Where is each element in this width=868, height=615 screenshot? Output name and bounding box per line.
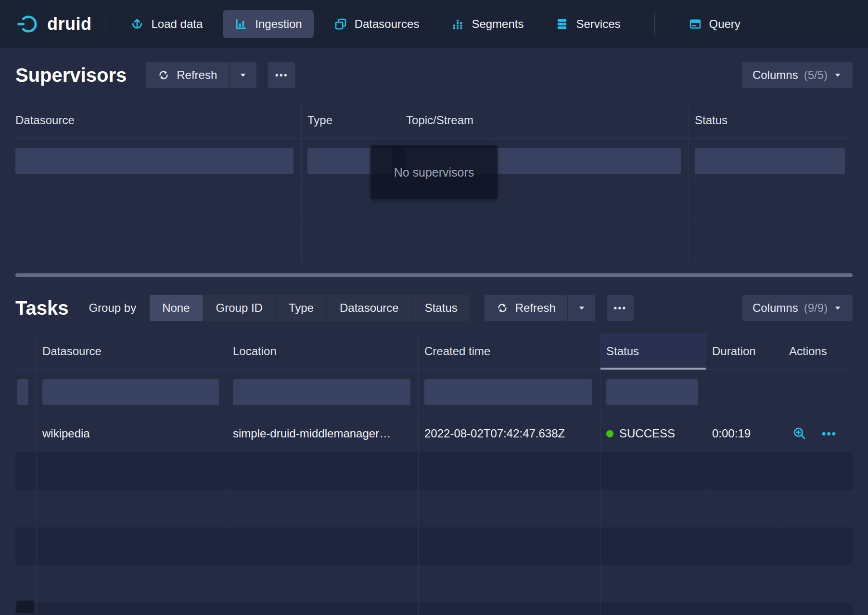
table-cell	[419, 565, 600, 602]
tasks-refresh-split: Refresh	[485, 295, 595, 321]
table-row	[15, 452, 853, 490]
datasource-filter-input[interactable]	[15, 148, 294, 174]
nav-item-datasources[interactable]: Datasources	[322, 10, 431, 38]
table-cell	[783, 527, 853, 565]
refresh-button[interactable]: Refresh	[146, 62, 229, 88]
column-header-created-time[interactable]: Created time	[419, 333, 600, 370]
scrollbar-corner[interactable]	[16, 601, 34, 613]
table-cell	[37, 565, 227, 602]
caret-down-icon	[833, 71, 842, 79]
location-filter-input[interactable]	[233, 379, 410, 405]
caret-down-icon	[239, 71, 247, 79]
table-row	[15, 224, 853, 264]
supervisors-title: Supervisors	[15, 64, 127, 86]
nav-item-label: Services	[576, 17, 620, 31]
refresh-icon	[496, 302, 509, 314]
refresh-icon	[157, 69, 170, 81]
tasks-more-button[interactable]: •••	[607, 295, 634, 321]
column-header-datasource[interactable]: Datasource	[37, 333, 227, 370]
supervisors-more-button[interactable]: •••	[268, 62, 295, 88]
brand-text: druid	[47, 14, 91, 34]
tasks-header: Tasks Group by None Group ID Type Dataso…	[15, 283, 853, 333]
status-filter-input[interactable]	[695, 148, 845, 174]
table-row	[15, 527, 853, 565]
column-header-duration[interactable]: Duration	[706, 333, 783, 370]
nav-item-segments[interactable]: Segments	[439, 10, 535, 38]
status-filter-input[interactable]	[606, 379, 698, 405]
column-header-type[interactable]: Type	[302, 102, 400, 139]
table-cell	[600, 527, 706, 565]
table-cell	[706, 602, 783, 615]
status-text: SUCCESS	[619, 427, 675, 440]
filter-cell	[227, 370, 419, 414]
nav-item-ingestion[interactable]: Ingestion	[223, 10, 313, 38]
table-cell	[600, 565, 706, 602]
table-cell	[227, 602, 419, 615]
table-cell	[37, 602, 227, 615]
group-button-none[interactable]: None	[150, 295, 202, 321]
table-cell	[689, 184, 853, 223]
table-cell	[37, 527, 227, 565]
refresh-label: Refresh	[515, 301, 556, 315]
supervisors-table-header: Datasource Type Topic/Stream Status	[15, 102, 853, 139]
table-cell	[15, 527, 37, 565]
columns-label: Columns	[753, 301, 798, 315]
tasks-filter-row	[15, 370, 853, 415]
group-button-type[interactable]: Type	[276, 295, 326, 321]
refresh-interval-button[interactable]	[568, 295, 595, 321]
group-button-status[interactable]: Status	[412, 295, 470, 321]
refresh-button[interactable]: Refresh	[485, 295, 567, 321]
created-time-filter-input[interactable]	[424, 379, 592, 405]
tasks-columns-button[interactable]: Columns (9/9)	[742, 295, 853, 321]
column-header-status[interactable]: Status	[689, 102, 853, 139]
more-icon: •••	[275, 70, 288, 81]
datasource-filter-input[interactable]	[42, 379, 219, 405]
nav-item-services[interactable]: Services	[544, 10, 632, 38]
filter-cell	[37, 370, 227, 414]
task-duration-cell: 0:00:19	[706, 415, 783, 452]
table-cell	[783, 490, 853, 527]
table-cell	[419, 452, 600, 490]
services-icon	[555, 17, 569, 31]
query-icon	[689, 17, 702, 31]
nav-item-label: Ingestion	[255, 17, 302, 31]
table-cell	[600, 452, 706, 490]
supervisors-table: Datasource Type Topic/Stream Status No s…	[15, 102, 853, 264]
group-by-label: Group by	[89, 301, 136, 315]
nav-item-query[interactable]: Query	[677, 10, 752, 38]
nav-divider	[654, 13, 655, 35]
columns-count: (5/5)	[804, 68, 828, 82]
columns-label: Columns	[753, 68, 798, 82]
table-cell	[419, 490, 600, 527]
filter-cell	[419, 370, 600, 414]
task-location-cell: simple-druid-middlemanager…	[227, 415, 419, 452]
upload-icon	[130, 17, 144, 31]
table-cell	[15, 565, 37, 602]
column-header-datasource[interactable]: Datasource	[15, 102, 302, 139]
segments-icon	[451, 17, 464, 31]
nav-item-label: Datasources	[355, 17, 420, 31]
tasks-table-header: Datasource Location Created time Status …	[15, 333, 853, 370]
column-header-location[interactable]: Location	[227, 333, 419, 370]
filter-cell	[600, 370, 706, 414]
row-more-icon[interactable]: •••	[822, 427, 837, 440]
tasks-table: Datasource Location Created time Status …	[15, 333, 853, 615]
supervisors-columns-button[interactable]: Columns (5/5)	[742, 62, 853, 88]
group-button-group-id[interactable]: Group ID	[204, 295, 275, 321]
column-header-topic-stream[interactable]: Topic/Stream	[400, 102, 689, 139]
filter-cell	[706, 370, 783, 414]
task-row-wikipedia[interactable]: wikipedia simple-druid-middlemanager… 20…	[15, 415, 853, 452]
table-row	[15, 565, 853, 602]
table-cell	[227, 452, 419, 490]
table-cell	[706, 490, 783, 527]
refresh-interval-button[interactable]	[230, 62, 256, 88]
column-header-actions[interactable]: Actions	[783, 333, 853, 370]
nav-item-load-data[interactable]: Load data	[119, 10, 214, 38]
group-button-datasource[interactable]: Datasource	[327, 295, 411, 321]
druid-brand[interactable]: druid	[17, 14, 91, 34]
horizontal-scrollbar[interactable]	[15, 273, 853, 277]
clipped-filter-input[interactable]	[17, 379, 28, 405]
tasks-section: Tasks Group by None Group ID Type Dataso…	[0, 283, 868, 615]
column-header-status[interactable]: Status	[600, 333, 706, 370]
zoom-in-icon[interactable]	[792, 426, 807, 441]
